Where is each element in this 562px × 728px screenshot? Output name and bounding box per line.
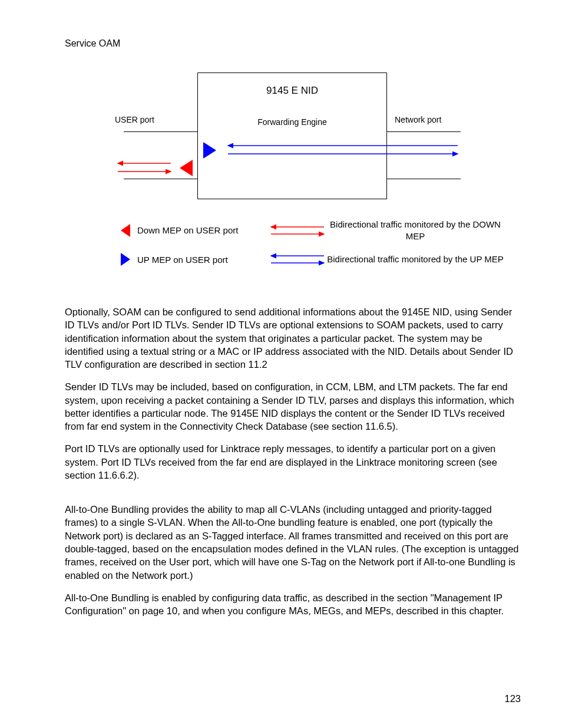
user-port-label: USER port [115,115,154,124]
network-port-line-top [387,131,461,132]
page-number: 123 [504,693,521,704]
legend-row-down-mep: Down MEP on USER port Bidirectional traf… [121,219,510,242]
paragraph-4: All-to-One Bundling provides the ability… [65,503,521,582]
up-mep-traffic-arrows [225,142,461,159]
body-text-block: Optionally, SOAM can be configured to se… [65,305,521,617]
down-mep-legend-label: Down MEP on USER port [137,225,238,235]
network-port-label: Network port [395,115,441,124]
nid-title: 9145 E NID [198,85,386,97]
user-port-line-top [124,131,197,132]
up-mep-legend-arrows [268,252,327,266]
down-mep-triangle-icon [180,160,193,176]
mep-diagram: 9145 E NID Forwarding Engine USER port N… [65,73,518,249]
up-mep-triangle-icon [203,142,216,159]
paragraph-1: Optionally, SOAM can be configured to se… [65,305,521,371]
legend-row-up-mep: UP MEP on USER port Bidirectional traffi… [121,252,510,266]
down-mep-legend-icon [121,224,130,237]
user-port-line-bottom [124,179,197,179]
network-port-line-bottom [387,179,461,179]
paragraph-5: All-to-One Bundling is enabled by config… [65,591,521,618]
up-mep-legend-text: Bidirectional traffic monitored by the U… [327,253,504,265]
up-mep-legend-icon [121,253,130,266]
forwarding-engine-label: Forwarding Engine [198,117,386,127]
page-header: Service OAM [65,38,521,49]
forwarding-engine-box: 9145 E NID Forwarding Engine [197,73,387,199]
down-mep-traffic-arrows [115,160,174,176]
paragraph-3: Port ID TLVs are optionally used for Lin… [65,442,521,482]
diagram-legend: Down MEP on USER port Bidirectional traf… [121,219,510,277]
down-mep-legend-arrows [268,223,327,238]
down-mep-legend-text: Bidirectional traffic monitored by the D… [327,219,504,242]
up-mep-legend-label: UP MEP on USER port [137,255,228,265]
paragraph-2: Sender ID TLVs may be included, based on… [65,380,521,433]
